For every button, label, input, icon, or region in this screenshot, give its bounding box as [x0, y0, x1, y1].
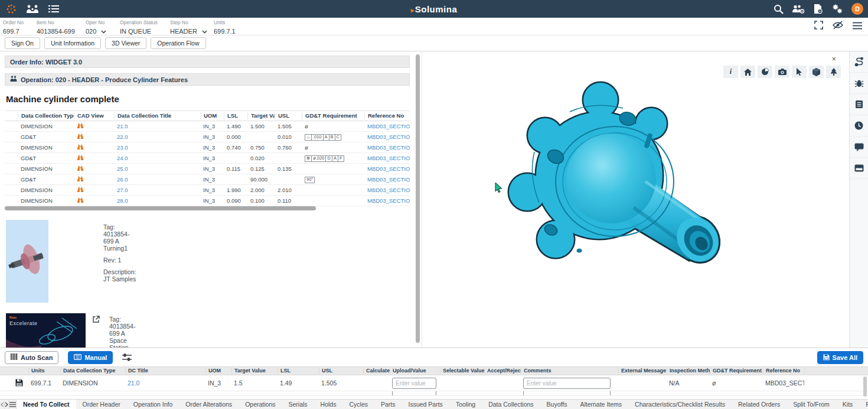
app-logo-icon[interactable]: [6, 4, 17, 14]
eye-off-icon[interactable]: [833, 21, 843, 32]
info-icon[interactable]: i: [723, 66, 738, 78]
tabs-scroll-left-icon[interactable]: [0, 400, 5, 409]
settings-gears-icon[interactable]: [831, 4, 843, 14]
solumina-app: ▸Solumina D Order No 699.7 Item No 40138…: [0, 0, 868, 409]
comments-icon[interactable]: [850, 137, 868, 158]
tab-3d-viewer[interactable]: 3D Viewer: [105, 37, 146, 49]
brand-dot-icon: ▸: [411, 7, 415, 14]
table-scrollbar[interactable]: [863, 376, 867, 397]
binoculars-icon[interactable]: [74, 197, 114, 204]
binoculars-icon[interactable]: [74, 144, 114, 151]
tabs-list-icon[interactable]: [9, 400, 17, 409]
tab-order-header[interactable]: Order Header: [76, 400, 127, 409]
order-info-header[interactable]: Order Info: WIDGET 3.0: [5, 56, 410, 68]
tab-operation-info[interactable]: Operation Info: [127, 400, 180, 409]
tab-operation-flow[interactable]: Operation Flow: [151, 37, 205, 49]
tree-icon[interactable]: [826, 66, 841, 78]
chevron-down-icon[interactable]: [101, 25, 106, 36]
user-admin-icon[interactable]: [792, 4, 805, 14]
history-clock-icon[interactable]: [850, 115, 868, 137]
collect-row-partial[interactable]: [0, 391, 868, 396]
tabs-scroll-right-icon[interactable]: [5, 400, 9, 409]
select-cursor-icon[interactable]: [792, 66, 807, 78]
tab-need-to-collect[interactable]: Need To Collect: [17, 400, 76, 409]
chevron-down-icon[interactable]: [202, 25, 207, 36]
comments-input[interactable]: [523, 378, 611, 389]
field-order-no: Order No 699.7: [3, 20, 24, 36]
tab-serials[interactable]: Serials: [282, 400, 314, 409]
tab-related-orders[interactable]: Related Orders: [732, 400, 787, 409]
tab-sign-on[interactable]: Sign On: [5, 37, 40, 49]
pie-chart-icon[interactable]: [758, 66, 772, 78]
binoculars-icon[interactable]: [74, 154, 114, 162]
field-oper-no[interactable]: Oper No 020: [86, 20, 106, 36]
table-row[interactable]: DIMENSION 21.0 IN_3 1.490 1.500 1.505 ø …: [5, 121, 410, 132]
tab-kits[interactable]: Kits: [836, 400, 860, 409]
horizontal-scrollbar[interactable]: [5, 206, 316, 210]
table-row[interactable]: DIMENSION 23.0 IN_3 0.740 0.750 0.760 ø …: [5, 142, 410, 153]
binoculars-icon[interactable]: [74, 176, 114, 183]
binoculars-icon[interactable]: [74, 133, 114, 141]
tab-issued-parts[interactable]: Issued Parts: [402, 400, 449, 409]
attachment-thumbnail[interactable]: Raas Excelerate: [6, 313, 86, 348]
fullscreen-icon[interactable]: [814, 21, 823, 32]
field-step-no[interactable]: Step No HEADER: [170, 20, 207, 36]
table-row[interactable]: GD&T 24.0 IN_3 0.020 ⊕ø.020DAF MBD03_SEC…: [5, 153, 410, 164]
route-icon[interactable]: [850, 51, 868, 73]
need-to-collect-table: Units Data Collection Type DC Title UOM …: [0, 366, 868, 399]
tab-characteristics-checklist-results[interactable]: Characteristics/Checklist Results: [628, 400, 732, 409]
table-header: Units Data Collection Type DC Title UOM …: [0, 366, 868, 375]
tab-cycles[interactable]: Cycles: [342, 400, 374, 409]
tab-data-collections[interactable]: Data Collections: [482, 400, 540, 409]
auto-scan-button[interactable]: Auto Scan: [5, 351, 58, 364]
tab-alternate-items[interactable]: Alternate Items: [573, 400, 628, 409]
collect-action-bar: Auto Scan Manual Save All: [0, 348, 868, 366]
home-view-icon[interactable]: [740, 66, 755, 78]
camera-icon[interactable]: [775, 66, 789, 78]
gdt-symbol: ø: [302, 144, 364, 151]
operation-header[interactable]: Operation: 020 - HEADER - Produce Cylind…: [5, 73, 410, 86]
binoculars-icon[interactable]: [74, 186, 114, 194]
collaboration-icon[interactable]: [26, 4, 39, 14]
document-settings-icon[interactable]: [813, 4, 823, 14]
cad-model-hub[interactable]: [499, 81, 747, 282]
cube-icon[interactable]: [809, 66, 824, 78]
keyboard-icon: [74, 354, 81, 361]
tab-parts[interactable]: Parts: [374, 400, 402, 409]
tab-buyoffs[interactable]: Buyoffs: [540, 400, 574, 409]
hamburger-menu-icon[interactable]: [853, 21, 862, 32]
external-link-icon[interactable]: [93, 314, 100, 325]
table-row[interactable]: DIMENSION 25.0 IN_3 0.115 0.125 0.135 MB…: [5, 164, 410, 174]
binoculars-icon[interactable]: [74, 165, 114, 173]
tab-order-alterations[interactable]: Order Alterations: [179, 400, 239, 409]
order-context-bar: Order No 699.7 Item No 4013854-699 Oper …: [0, 18, 868, 35]
tab-unit-information[interactable]: Unit Information: [44, 37, 101, 49]
tab-operations[interactable]: Operations: [239, 400, 282, 409]
tab-part-shortages[interactable]: Part Shortages: [859, 400, 868, 409]
table-row[interactable]: DIMENSION 27.0 IN_3 1.990 2.000 2.010 MB…: [5, 185, 410, 196]
table-row[interactable]: GD&T 26.0 IN_3 90.000 90° MBD03_SECTION: [5, 174, 410, 185]
vertical-scrollbar[interactable]: [416, 54, 420, 343]
search-icon[interactable]: [774, 4, 784, 14]
tab-holds[interactable]: Holds: [314, 400, 343, 409]
tab-split-to-from[interactable]: Split To/From: [787, 400, 836, 409]
table-row[interactable]: DIMENSION 28.0 IN_3 0.090 0.100 0.110 MB…: [5, 196, 410, 206]
tab-tooling[interactable]: Tooling: [449, 400, 482, 409]
binoculars-icon[interactable]: [74, 122, 114, 130]
upload-value-input[interactable]: [392, 378, 436, 389]
list-menu-icon[interactable]: [48, 5, 59, 13]
brand-title: ▸Solumina: [0, 4, 868, 14]
close-icon[interactable]: ×: [831, 55, 836, 63]
table-row[interactable]: GD&T 22.0 IN_3 0.000 0.010 ⌓.010ABC MBD0…: [5, 132, 410, 142]
save-all-button[interactable]: Save All: [817, 351, 863, 364]
manual-button[interactable]: Manual: [68, 351, 113, 364]
collect-row[interactable]: 699.7.1 DIMENSION 21.0 IN_3 1.5 1.49 1.5…: [0, 375, 868, 391]
attachment-thumbnail[interactable]: [6, 220, 48, 303]
card-panel-icon[interactable]: [850, 158, 868, 179]
notes-icon[interactable]: [850, 94, 868, 115]
bug-icon[interactable]: [850, 73, 868, 94]
field-operation-status: Operation Status IN QUEUE: [120, 20, 158, 36]
filter-sliders-icon[interactable]: [122, 353, 132, 362]
user-avatar[interactable]: D: [851, 3, 863, 15]
row-save-icon[interactable]: [13, 379, 28, 388]
